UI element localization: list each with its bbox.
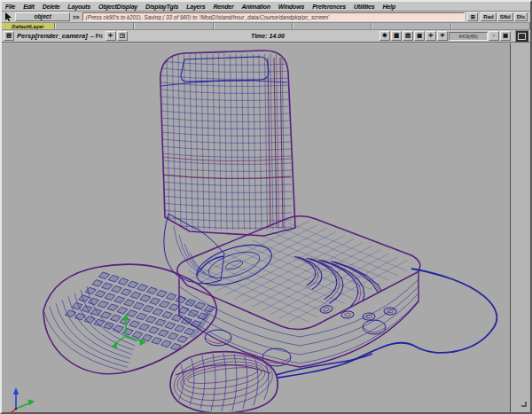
pointer-icon <box>4 12 12 21</box>
minimize-panel-icon[interactable]: ▫ <box>489 31 499 41</box>
menu-render[interactable]: Render <box>214 4 234 10</box>
layer-slot-empty[interactable] <box>293 23 372 29</box>
resize-handle[interactable] <box>521 402 527 407</box>
mouse-cable <box>276 354 372 375</box>
wireframe-scene[interactable] <box>2 43 511 412</box>
panel-split-icon[interactable]: ▤ <box>403 31 413 41</box>
app-window: FileEditDeleteLayoutsObjectDisplayDispla… <box>0 0 532 414</box>
perspective-viewport[interactable] <box>2 43 511 412</box>
camera-tool-icon[interactable]: ◳ <box>117 31 128 41</box>
layer-slot-empty[interactable] <box>214 23 293 29</box>
console-base <box>177 216 420 367</box>
toolbar-button-snd[interactable]: SNd <box>497 12 513 21</box>
expand-toggle[interactable]: >> <box>73 14 80 20</box>
status-feedback-field: (Press ck90's to k201). Saving ( 33 of 9… <box>82 12 466 21</box>
mouse <box>170 349 372 412</box>
maximize-panel-icon[interactable]: ▣ <box>500 31 511 41</box>
layer-slot-empty[interactable] <box>372 23 450 29</box>
time-indicator: Time: 14.00 <box>251 33 285 39</box>
layer-tab-default[interactable]: DefaultLayer <box>2 23 55 29</box>
view-layout-icon[interactable]: ▤ <box>4 31 14 41</box>
menu-file[interactable]: File <box>5 4 15 10</box>
menu-help[interactable]: Help <box>383 4 395 10</box>
viewport-fn-label: -- Fn <box>90 33 103 39</box>
right-panel-strip <box>511 43 530 412</box>
toolbar: object >> (Press ck90's to k201). Saving… <box>2 12 530 23</box>
viewport-toolbar: ▤ Persp[render_camera] -- Fn ✛◳ Time: 14… <box>2 30 530 43</box>
move-tool-icon[interactable]: ✛ <box>106 31 116 41</box>
zoom-tool-icon[interactable]: ✳ <box>437 31 448 41</box>
menu-layers[interactable]: Layers <box>186 4 205 10</box>
menu-preferences[interactable]: Preferences <box>312 4 346 10</box>
layer-slot-empty[interactable] <box>55 23 134 29</box>
layer-slot-empty[interactable] <box>451 23 530 29</box>
menu-edit[interactable]: Edit <box>23 4 34 10</box>
menu-objectdisplay[interactable]: ObjectDisplay <box>98 4 137 10</box>
menu-layouts[interactable]: Layouts <box>68 4 90 10</box>
toolbar-button-rad[interactable]: Rad <box>481 12 496 21</box>
panel-corner-widget[interactable] <box>515 30 528 42</box>
selection-mode-button[interactable]: object <box>15 12 70 21</box>
layer-bar: DefaultLayer <box>2 23 530 30</box>
solid-view-icon[interactable]: ▣ <box>414 31 425 41</box>
menu-displaytgls[interactable]: DisplayTgls <box>145 4 178 10</box>
axis-gizmo <box>8 387 35 412</box>
menubar: FileEditDeleteLayoutsObjectDisplayDispla… <box>2 2 530 12</box>
toolbar-button-dis[interactable]: DIs <box>514 12 528 21</box>
menu-windows[interactable]: Windows <box>278 4 304 10</box>
resolution-field[interactable]: 4X3(45) <box>449 32 488 41</box>
layer-slot-empty[interactable] <box>134 23 213 29</box>
menu-animation[interactable]: Animation <box>241 4 270 10</box>
menu-utilities[interactable]: Utilities <box>354 4 374 10</box>
menu-delete[interactable]: Delete <box>43 4 60 10</box>
monitor-tower <box>160 51 295 236</box>
shade-mode-icon[interactable]: ✱ <box>379 31 390 41</box>
grid-snap-icon[interactable]: ⊞ <box>467 12 478 21</box>
viewport-title: Persp[render_camera] <box>17 32 88 40</box>
grid-toggle-icon[interactable]: ▦ <box>391 31 402 41</box>
track-tool-icon[interactable]: ✛ <box>426 31 436 41</box>
